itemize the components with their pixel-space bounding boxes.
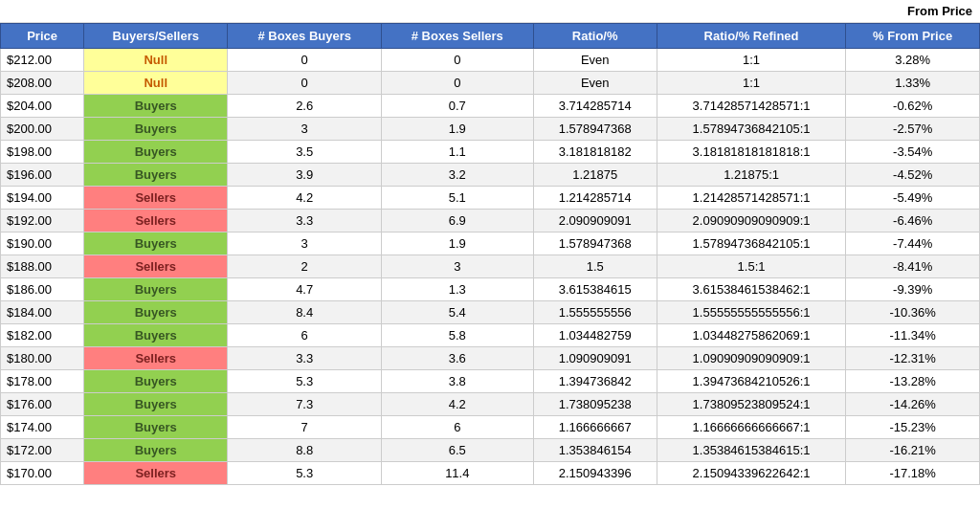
cell-boxes-sellers: 5.8 [382, 324, 534, 347]
cell-ratio: Even [533, 72, 657, 95]
cell-ratio: 1.034482759 [533, 324, 657, 347]
col-header-ratio-refined: Ratio/% Refined [657, 24, 846, 49]
cell-ratio: 1.738095238 [533, 393, 657, 416]
cell-ratio: 1.555555556 [533, 301, 657, 324]
cell-ratio: 1.21875 [533, 164, 657, 187]
cell-ratio-refined: 1.5:1 [657, 255, 846, 278]
cell-price: $170.00 [1, 462, 84, 485]
main-container: From Price Price Buyers/Sellers # Boxes … [0, 0, 980, 485]
col-header-from-price: % From Price [846, 24, 980, 49]
cell-boxes-sellers: 1.3 [382, 278, 534, 301]
table-row: $186.00Buyers4.71.33.6153846153.61538461… [1, 278, 980, 301]
cell-buyers-sellers: Buyers [84, 278, 228, 301]
cell-boxes-sellers: 3.2 [382, 164, 534, 187]
table-row: $172.00Buyers8.86.51.3538461541.35384615… [1, 439, 980, 462]
cell-ratio: 1.166666667 [533, 416, 657, 439]
cell-from-price: -11.34% [846, 324, 980, 347]
cell-price: $188.00 [1, 255, 84, 278]
cell-boxes-buyers: 3 [228, 118, 382, 141]
header-row: Price Buyers/Sellers # Boxes Buyers # Bo… [1, 24, 980, 49]
table-row: $174.00Buyers761.1666666671.166666666666… [1, 416, 980, 439]
cell-boxes-buyers: 2 [228, 255, 382, 278]
cell-buyers-sellers: Buyers [84, 370, 228, 393]
cell-ratio-refined: 1.73809523809524:1 [657, 393, 846, 416]
cell-ratio-refined: 2.09090909090909:1 [657, 210, 846, 232]
cell-from-price: -5.49% [846, 187, 980, 210]
from-price-label: From Price [907, 4, 972, 18]
cell-boxes-sellers: 0.7 [382, 95, 534, 118]
cell-ratio-refined: 1.55555555555556:1 [657, 301, 846, 324]
cell-ratio-refined: 1.21428571428571:1 [657, 187, 846, 210]
cell-from-price: 1.33% [846, 72, 980, 95]
cell-buyers-sellers: Buyers [84, 439, 228, 462]
cell-ratio: 2.150943396 [533, 462, 657, 485]
table-row: $198.00Buyers3.51.13.1818181823.18181818… [1, 141, 980, 164]
cell-boxes-buyers: 8.8 [228, 439, 382, 462]
cell-boxes-buyers: 5.3 [228, 370, 382, 393]
top-bar: From Price [0, 0, 980, 23]
cell-ratio-refined: 1.57894736842105:1 [657, 232, 846, 255]
cell-boxes-sellers: 1.1 [382, 141, 534, 164]
col-header-ratio: Ratio/% [533, 24, 657, 49]
cell-price: $190.00 [1, 232, 84, 255]
cell-buyers-sellers: Buyers [84, 416, 228, 439]
cell-ratio: 1.353846154 [533, 439, 657, 462]
cell-boxes-buyers: 6 [228, 324, 382, 347]
table-row: $208.00Null00Even1:11.33% [1, 72, 980, 95]
cell-price: $198.00 [1, 141, 84, 164]
cell-boxes-buyers: 3 [228, 232, 382, 255]
cell-from-price: -13.28% [846, 370, 980, 393]
col-header-buyers-sellers: Buyers/Sellers [84, 24, 228, 49]
cell-boxes-sellers: 6.9 [382, 210, 534, 232]
cell-from-price: -8.41% [846, 255, 980, 278]
cell-boxes-buyers: 0 [228, 49, 382, 72]
cell-ratio: 2.090909091 [533, 210, 657, 232]
table-row: $192.00Sellers3.36.92.0909090912.0909090… [1, 210, 980, 232]
cell-boxes-buyers: 3.3 [228, 347, 382, 370]
table-row: $194.00Sellers4.25.11.2142857141.2142857… [1, 187, 980, 210]
cell-boxes-buyers: 4.2 [228, 187, 382, 210]
cell-ratio: 1.394736842 [533, 370, 657, 393]
cell-buyers-sellers: Null [84, 49, 228, 72]
cell-price: $186.00 [1, 278, 84, 301]
cell-boxes-sellers: 0 [382, 49, 534, 72]
cell-price: $194.00 [1, 187, 84, 210]
cell-buyers-sellers: Buyers [84, 393, 228, 416]
cell-price: $180.00 [1, 347, 84, 370]
cell-price: $200.00 [1, 118, 84, 141]
col-header-boxes-sellers: # Boxes Sellers [382, 24, 534, 49]
cell-buyers-sellers: Sellers [84, 255, 228, 278]
cell-ratio: 3.181818182 [533, 141, 657, 164]
cell-boxes-buyers: 2.6 [228, 95, 382, 118]
cell-ratio-refined: 1:1 [657, 49, 846, 72]
cell-ratio-refined: 1.09090909090909:1 [657, 347, 846, 370]
cell-boxes-buyers: 8.4 [228, 301, 382, 324]
cell-ratio: 1.5 [533, 255, 657, 278]
cell-buyers-sellers: Null [84, 72, 228, 95]
cell-from-price: -7.44% [846, 232, 980, 255]
table-row: $184.00Buyers8.45.41.5555555561.55555555… [1, 301, 980, 324]
cell-price: $204.00 [1, 95, 84, 118]
cell-boxes-sellers: 4.2 [382, 393, 534, 416]
cell-ratio-refined: 3.71428571428571:1 [657, 95, 846, 118]
cell-ratio-refined: 2.15094339622642:1 [657, 462, 846, 485]
cell-buyers-sellers: Buyers [84, 164, 228, 187]
cell-price: $174.00 [1, 416, 84, 439]
table-row: $178.00Buyers5.33.81.3947368421.39473684… [1, 370, 980, 393]
cell-ratio: 3.714285714 [533, 95, 657, 118]
cell-boxes-sellers: 3.6 [382, 347, 534, 370]
cell-boxes-sellers: 1.9 [382, 118, 534, 141]
cell-ratio-refined: 1.39473684210526:1 [657, 370, 846, 393]
cell-from-price: -4.52% [846, 164, 980, 187]
cell-ratio-refined: 1.21875:1 [657, 164, 846, 187]
cell-boxes-sellers: 11.4 [382, 462, 534, 485]
cell-boxes-buyers: 3.9 [228, 164, 382, 187]
table-row: $200.00Buyers31.91.5789473681.5789473684… [1, 118, 980, 141]
cell-ratio: 1.214285714 [533, 187, 657, 210]
cell-price: $184.00 [1, 301, 84, 324]
cell-buyers-sellers: Buyers [84, 232, 228, 255]
cell-boxes-buyers: 7 [228, 416, 382, 439]
cell-ratio-refined: 3.61538461538462:1 [657, 278, 846, 301]
table-row: $190.00Buyers31.91.5789473681.5789473684… [1, 232, 980, 255]
cell-price: $192.00 [1, 210, 84, 232]
